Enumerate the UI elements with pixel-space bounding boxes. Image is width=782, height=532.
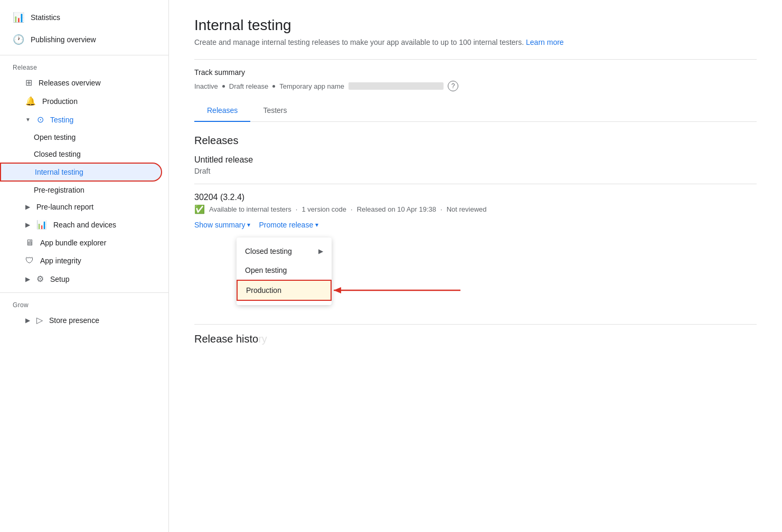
sidebar-item-production[interactable]: 🔔 Production xyxy=(0,92,162,110)
app-name-bar xyxy=(348,82,444,90)
divider2 xyxy=(0,292,168,293)
tab-releases[interactable]: Releases xyxy=(194,100,250,122)
releases-overview-icon: ⊞ xyxy=(25,78,32,88)
learn-more-link[interactable]: Learn more xyxy=(526,38,564,46)
dropdown-item-open-testing[interactable]: Open testing xyxy=(237,261,332,280)
sidebar-item-label: Production xyxy=(42,97,78,106)
untitled-release-name: Untitled release xyxy=(194,155,757,165)
subtitle-text: Create and manage internal testing relea… xyxy=(194,38,524,46)
divider5 xyxy=(194,324,757,325)
sidebar-item-label: Open testing xyxy=(34,133,76,141)
svg-marker-1 xyxy=(334,287,341,293)
chevron-right-icon4: ▶ xyxy=(25,317,30,324)
sidebar-item-pre-registration[interactable]: Pre-registration xyxy=(0,182,162,198)
show-summary-label: Show summary xyxy=(194,221,245,229)
sidebar-item-label: App integrity xyxy=(40,256,81,265)
check-circle-icon: ✅ xyxy=(194,204,205,214)
shield-icon: 🛡 xyxy=(25,256,34,265)
store-presence-icon: ▷ xyxy=(36,315,43,325)
dot2 xyxy=(272,85,275,88)
sidebar-item-statistics[interactable]: 📊 Statistics xyxy=(0,6,168,28)
release-section-label: Release xyxy=(0,60,168,73)
sidebar-item-open-testing[interactable]: Open testing xyxy=(0,129,162,146)
grow-section-label: Grow xyxy=(0,297,168,311)
track-summary-row: Inactive Draft release Temporary app nam… xyxy=(194,81,757,91)
production-icon: 🔔 xyxy=(25,96,36,106)
meta-dot1: · xyxy=(296,205,298,213)
dropdown-item-label: Production xyxy=(246,286,281,294)
promote-release-button[interactable]: Promote release ▾ xyxy=(259,221,318,229)
track-summary-label: Track summary xyxy=(194,68,757,77)
sidebar-item-internal-testing[interactable]: Internal testing xyxy=(0,163,162,182)
chevron-down-icon: ▾ xyxy=(247,221,250,229)
meta-dot3: · xyxy=(440,205,442,213)
sidebar-item-setup[interactable]: ▶ ⚙ Setup xyxy=(0,270,162,288)
chevron-down-icon2: ▾ xyxy=(315,221,318,229)
chevron-right-icon5: ▶ xyxy=(318,248,323,255)
sidebar-item-label: Closed testing xyxy=(34,150,81,158)
sidebar-item-app-bundle-explorer[interactable]: 🖥 App bundle explorer xyxy=(0,234,162,252)
chevron-right-icon3: ▶ xyxy=(25,276,30,283)
sidebar-item-label: Setup xyxy=(50,275,70,283)
main-content: Internal testing Create and manage inter… xyxy=(169,0,782,532)
dropdown-item-label: Closed testing xyxy=(245,247,292,255)
sidebar-item-releases-overview[interactable]: ⊞ Releases overview xyxy=(0,73,162,92)
sidebar-item-label: Publishing overview xyxy=(31,35,96,44)
not-reviewed-text: Not reviewed xyxy=(447,205,487,213)
release-30204-version: 30204 (3.2.4) xyxy=(194,193,757,202)
page-title: Internal testing xyxy=(194,17,757,34)
untitled-release-item: Untitled release Draft xyxy=(194,155,757,175)
tab-testers[interactable]: Testers xyxy=(250,100,299,122)
sidebar-item-label: Internal testing xyxy=(35,168,83,176)
dropdown-item-closed-testing[interactable]: Closed testing ▶ xyxy=(237,242,332,261)
promote-release-label: Promote release xyxy=(259,221,313,229)
released-on-text: Released on 10 Apr 19:38 xyxy=(357,205,436,213)
promote-release-dropdown: Closed testing ▶ Open testing Production xyxy=(237,238,332,305)
sidebar-item-testing[interactable]: ▼ ⊙ Testing xyxy=(0,110,162,129)
release-history-title: Release history xyxy=(194,333,757,345)
releases-section-title: Releases xyxy=(194,135,757,147)
sidebar-item-app-integrity[interactable]: 🛡 App integrity xyxy=(0,252,162,270)
divider3 xyxy=(194,59,757,60)
publishing-overview-icon: 🕐 xyxy=(13,34,24,45)
reach-devices-icon: 📊 xyxy=(36,220,47,230)
sidebar-item-label: Releases overview xyxy=(39,79,101,87)
dot1 xyxy=(222,85,225,88)
sidebar: 📊 Statistics 🕐 Publishing overview Relea… xyxy=(0,0,169,532)
untitled-release-status: Draft xyxy=(194,167,757,175)
expand-arrow-icon: ▼ xyxy=(25,117,31,122)
draft-release-text: Draft release xyxy=(229,82,268,90)
dropdown-item-production[interactable]: Production xyxy=(237,280,332,301)
divider4 xyxy=(194,184,757,184)
status-inactive: Inactive xyxy=(194,82,218,90)
sidebar-item-label: App bundle explorer xyxy=(40,239,106,247)
app-bundle-icon: 🖥 xyxy=(25,238,34,248)
setup-icon: ⚙ xyxy=(36,274,44,284)
sidebar-item-label: Testing xyxy=(50,116,73,124)
page-subtitle: Create and manage internal testing relea… xyxy=(194,38,757,46)
chevron-right-icon: ▶ xyxy=(25,203,30,211)
testing-icon: ⊙ xyxy=(37,115,44,125)
sidebar-item-publishing-overview[interactable]: 🕐 Publishing overview xyxy=(0,28,168,51)
sidebar-item-label: Reach and devices xyxy=(53,221,116,229)
sidebar-item-label: Statistics xyxy=(31,13,60,22)
release-30204-meta: ✅ Available to internal testers · 1 vers… xyxy=(194,204,757,214)
release-30204-item: 30204 (3.2.4) ✅ Available to internal te… xyxy=(194,193,757,229)
action-row: Show summary ▾ Promote release ▾ Closed … xyxy=(194,221,757,229)
sidebar-item-label: Pre-launch report xyxy=(36,203,93,211)
help-icon[interactable]: ? xyxy=(448,81,458,91)
tabs: Releases Testers xyxy=(194,100,757,122)
red-arrow xyxy=(334,284,482,297)
sidebar-item-label: Store presence xyxy=(49,316,99,325)
version-code-text: 1 version code xyxy=(302,205,346,213)
sidebar-item-pre-launch-report[interactable]: ▶ Pre-launch report xyxy=(0,198,162,215)
sidebar-item-closed-testing[interactable]: Closed testing xyxy=(0,146,162,163)
sidebar-item-store-presence[interactable]: ▶ ▷ Store presence xyxy=(0,311,162,329)
show-summary-button[interactable]: Show summary ▾ xyxy=(194,221,250,229)
sidebar-item-label: Pre-registration xyxy=(34,186,84,194)
release-meta-text: Available to internal testers xyxy=(209,205,291,213)
dropdown-item-label: Open testing xyxy=(245,266,287,274)
temp-app-name-text: Temporary app name xyxy=(279,82,344,90)
sidebar-item-reach-devices[interactable]: ▶ 📊 Reach and devices xyxy=(0,215,162,234)
divider xyxy=(0,55,168,55)
